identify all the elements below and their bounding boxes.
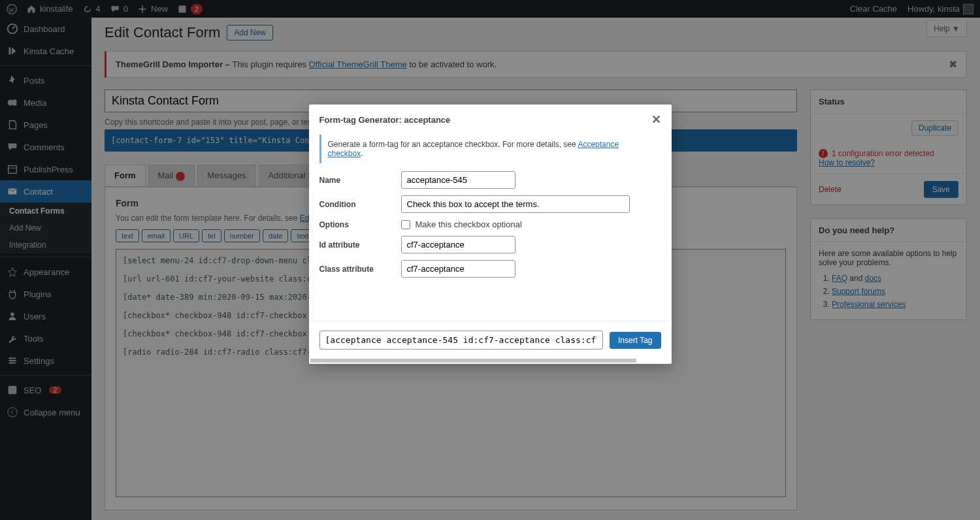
modal-overlay: Form-tag Generator: acceptance ✕ Generat…	[0, 0, 980, 520]
condition-label: Condition	[319, 200, 401, 209]
form-tag-modal: Form-tag Generator: acceptance ✕ Generat…	[309, 105, 672, 364]
condition-input[interactable]	[401, 195, 630, 213]
name-input[interactable]	[401, 171, 515, 189]
insert-tag-button[interactable]: Insert Tag	[610, 332, 661, 349]
class-input[interactable]	[401, 260, 515, 278]
optional-label: Make this checkbox optional	[416, 219, 522, 229]
class-label: Class attribute	[319, 265, 401, 274]
modal-close-icon[interactable]: ✕	[651, 112, 661, 127]
id-input[interactable]	[401, 236, 515, 253]
options-label: Options	[319, 220, 401, 229]
generated-tag-input[interactable]	[319, 331, 604, 349]
optional-checkbox[interactable]	[401, 220, 410, 229]
name-label: Name	[319, 176, 401, 185]
modal-info: Generate a form-tag for an acceptance ch…	[319, 135, 661, 163]
modal-scrollbar[interactable]	[310, 359, 637, 363]
id-label: Id attribute	[319, 240, 401, 250]
modal-title: Form-tag Generator: acceptance	[319, 115, 451, 125]
